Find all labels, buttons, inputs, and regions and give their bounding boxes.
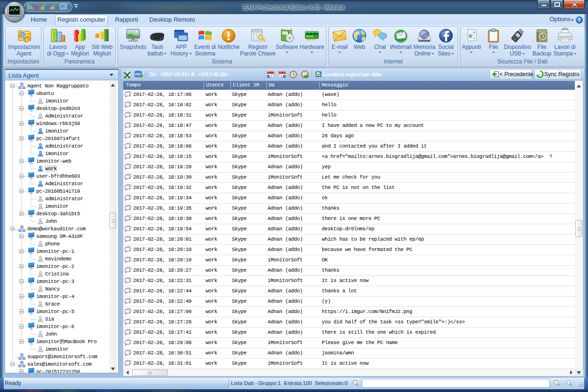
svg-text:HTML: HTML [135,73,142,76]
